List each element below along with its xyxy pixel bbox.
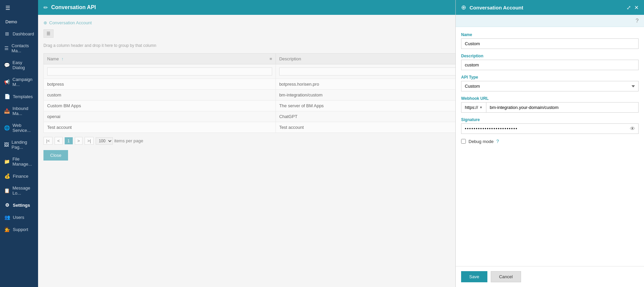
col-description-label: Description: [279, 56, 301, 61]
sidebar-item-label: Users: [13, 215, 24, 220]
close-button[interactable]: Close: [43, 150, 68, 161]
last-page-button[interactable]: >|: [85, 137, 94, 145]
sort-icon: ↑: [61, 56, 64, 61]
sidebar-item-label: Landing Pag...: [11, 140, 34, 150]
sidebar-item-campaign[interactable]: 📢 Campaign M...: [0, 74, 38, 90]
api-type-label: API Type: [461, 75, 639, 80]
sidebar-item-label: Campaign M...: [12, 77, 34, 87]
sidebar-item-label: Web Service...: [12, 123, 34, 133]
campaign-icon: 📢: [4, 79, 10, 85]
contacts-icon: ☰: [4, 46, 9, 51]
sidebar-item-dashboard[interactable]: ⊞ Dashboard: [0, 28, 38, 40]
api-type-select[interactable]: Custom Botpress ChatGPT: [461, 81, 639, 91]
name-label: Name: [461, 32, 639, 37]
cell-name: openai: [44, 111, 276, 122]
web-services-icon: 🌐: [4, 125, 10, 131]
sidebar-item-label: Support: [13, 227, 28, 232]
templates-icon: 📄: [4, 94, 10, 99]
topbar-title: Conversation API: [51, 4, 96, 10]
sidebar-item-landing[interactable]: 🖼 Landing Pag...: [0, 136, 38, 153]
landing-icon: 🖼: [4, 142, 9, 147]
description-label: Description: [461, 54, 639, 58]
sidebar-item-easy-dialog[interactable]: 💬 Easy Dialog: [0, 57, 38, 74]
save-button[interactable]: Save: [461, 271, 487, 282]
eye-icon[interactable]: 👁: [630, 126, 635, 132]
debug-checkbox[interactable]: [461, 139, 466, 144]
cell-name: Test account: [44, 122, 276, 133]
per-page-select[interactable]: 100 50 25: [96, 137, 113, 145]
pencil-icon: ✏: [43, 4, 48, 11]
sidebar-item-label: Finance: [13, 174, 28, 179]
next-page-button[interactable]: >: [75, 137, 83, 145]
signature-input[interactable]: [461, 123, 639, 134]
sidebar-item-message-log[interactable]: 📋 Message Lo...: [0, 182, 38, 199]
main-area: ✏ Conversation API ⊕ Conversation Accoun…: [38, 0, 644, 287]
help-icon[interactable]: ?: [636, 18, 639, 24]
right-panel: ⊕ Conversation Account ⤢ ✕ ? Name Descri…: [455, 0, 644, 287]
close-panel-icon[interactable]: ✕: [634, 4, 639, 11]
cancel-button[interactable]: Cancel: [491, 271, 521, 282]
file-manager-icon: 📁: [4, 159, 10, 164]
inbound-icon: 📥: [4, 108, 10, 114]
webhook-url-label: Webhook URL: [461, 96, 639, 101]
filter-name-input[interactable]: [47, 67, 272, 76]
debug-label: Debug mode: [469, 139, 493, 144]
support-icon: 💁: [4, 227, 10, 232]
panel-header-title: Conversation Account: [470, 5, 623, 10]
debug-row: Debug mode ?: [461, 139, 639, 144]
breadcrumb-label: Conversation Account: [49, 20, 92, 25]
signature-label: Signature: [461, 117, 639, 122]
sidebar-item-label: Contacts Ma...: [11, 43, 34, 53]
demo-label: Demo: [0, 16, 38, 28]
sidebar-item-web-services[interactable]: 🌐 Web Service...: [0, 119, 38, 136]
webhook-row: https:// ▼: [461, 102, 639, 113]
settings-icon: ⚙: [4, 202, 10, 208]
panel-header: ⊕ Conversation Account ⤢ ✕: [456, 0, 644, 15]
users-icon: 👥: [4, 214, 10, 220]
panel-body: Name Description API Type Custom Botpres…: [456, 27, 644, 266]
col-menu-icon[interactable]: ≡: [269, 56, 272, 61]
prev-page-button[interactable]: <: [55, 137, 63, 145]
items-per-page: 100 50 25 items per page: [96, 137, 143, 145]
sidebar-item-file-manager[interactable]: 📁 File Manage...: [0, 153, 38, 170]
sidebar-item-label: Templates: [13, 94, 33, 99]
name-input[interactable]: [461, 38, 639, 49]
sidebar-item-label: Inbound Ma...: [12, 106, 34, 116]
signature-row: 👁: [461, 123, 639, 134]
sidebar-item-settings[interactable]: ⚙ Settings: [0, 199, 38, 211]
message-log-icon: 📋: [4, 188, 10, 193]
sidebar-item-support[interactable]: 💁 Support: [0, 223, 38, 235]
first-page-button[interactable]: |<: [43, 137, 53, 145]
debug-help-icon[interactable]: ?: [496, 139, 499, 144]
sidebar-item-finance[interactable]: 💰 Finance: [0, 170, 38, 182]
hamburger-icon[interactable]: ☰: [0, 0, 38, 16]
items-label: items per page: [114, 138, 143, 143]
sidebar: ☰ Demo ⊞ Dashboard ☰ Contacts Ma... 💬 Ea…: [0, 0, 38, 287]
cell-name: custom: [44, 90, 276, 101]
table-menu-icon[interactable]: ☰: [43, 29, 54, 38]
current-page: 1: [65, 137, 73, 144]
expand-icon[interactable]: ⤢: [626, 4, 631, 11]
sidebar-item-contacts[interactable]: ☰ Contacts Ma...: [0, 40, 38, 57]
protocol-text: https://: [465, 105, 478, 110]
webhook-protocol-select[interactable]: https:// ▼: [461, 102, 486, 113]
chevron-down-icon: ▼: [479, 106, 483, 109]
sidebar-item-templates[interactable]: 📄 Templates: [0, 90, 38, 103]
panel-help-bar: ?: [456, 15, 644, 27]
sidebar-item-inbound[interactable]: 📥 Inbound Ma...: [0, 103, 38, 119]
sidebar-item-label: Easy Dialog: [12, 60, 34, 70]
sidebar-item-label: File Manage...: [12, 156, 34, 167]
sidebar-item-label: Settings: [13, 203, 30, 208]
cell-name: botpress: [44, 79, 276, 90]
description-input[interactable]: [461, 60, 639, 70]
breadcrumb-icon: ⊕: [43, 20, 47, 25]
panel-header-actions: ⤢ ✕: [626, 4, 639, 11]
sidebar-item-users[interactable]: 👥 Users: [0, 211, 38, 223]
column-name[interactable]: Name ↑ ≡: [44, 54, 276, 64]
dashboard-icon: ⊞: [4, 31, 10, 36]
sidebar-item-label: Dashboard: [12, 31, 34, 36]
col-name-label: Name: [47, 56, 59, 61]
sidebar-item-label: Message Lo...: [12, 185, 34, 196]
easy-dialog-icon: 💬: [4, 62, 10, 68]
webhook-url-input[interactable]: [486, 102, 639, 113]
